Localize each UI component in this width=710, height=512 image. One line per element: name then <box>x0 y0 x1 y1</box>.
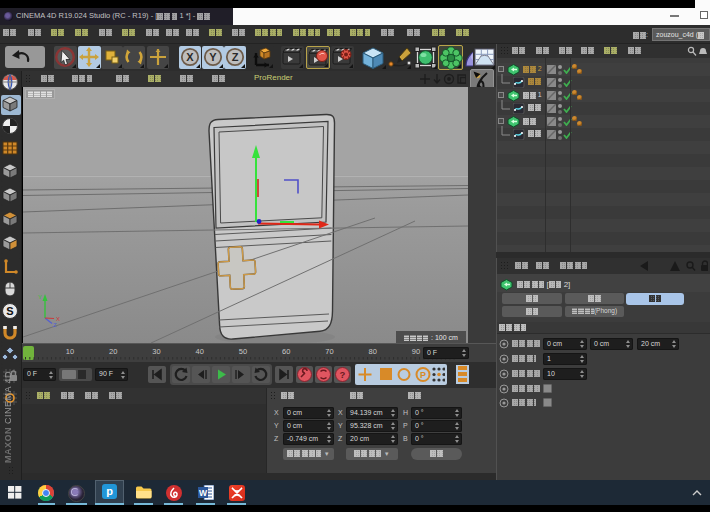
svg-text:X: X <box>56 316 60 322</box>
svg-text:S: S <box>6 305 13 317</box>
svg-text:Z: Z <box>53 322 57 328</box>
svg-text:Y: Y <box>209 51 217 63</box>
svg-text:P: P <box>420 370 426 380</box>
svg-text:X: X <box>186 51 194 63</box>
svg-text:Z: Z <box>232 51 239 63</box>
svg-text:Y: Y <box>38 294 42 300</box>
svg-text:?: ? <box>340 369 346 380</box>
svg-text:W: W <box>199 488 208 498</box>
